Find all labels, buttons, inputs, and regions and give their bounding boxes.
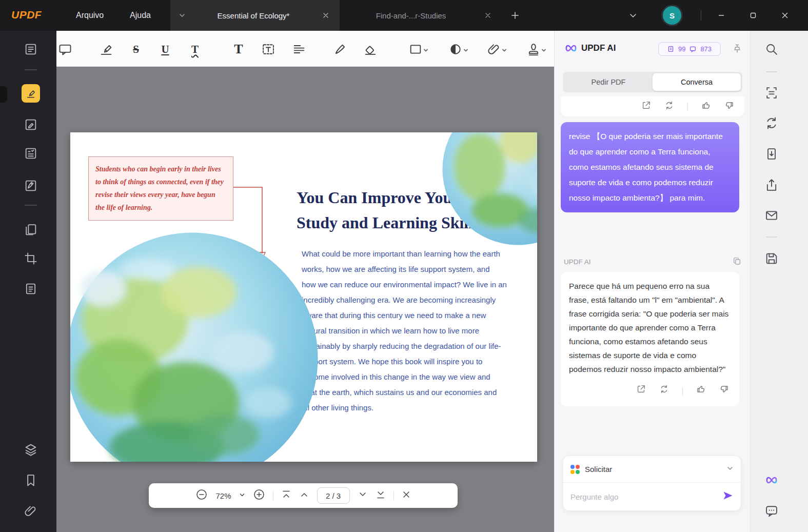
form-fields-icon[interactable]: [24, 146, 38, 161]
page-export-icon[interactable]: [764, 147, 779, 161]
left-sidebar: [0, 31, 56, 532]
app-logo: UPDF: [11, 9, 42, 21]
user-message-bubble: revise 【O que poderia ser mais important…: [561, 122, 739, 212]
tab-close-icon[interactable]: [482, 10, 494, 21]
textbox-icon[interactable]: [261, 42, 275, 56]
tab-chevron-down-icon[interactable]: [179, 12, 186, 19]
close-button[interactable]: [777, 7, 793, 24]
strikethrough-icon[interactable]: S: [129, 42, 143, 56]
pencil-icon[interactable]: [333, 42, 347, 56]
menu-ajuda[interactable]: Ajuda: [121, 0, 160, 31]
eraser-icon[interactable]: [363, 42, 378, 56]
shape-ellipse-icon[interactable]: [448, 42, 463, 56]
ai-message-card: Parece que há um pequeno erro na sua fra…: [561, 272, 739, 406]
annotation-toolbar: S U T T: [56, 31, 554, 67]
prompt-mode-label: Solicitar: [585, 465, 721, 474]
squiggly-underline-icon[interactable]: T: [188, 42, 202, 56]
tab-pedir-pdf[interactable]: Pedir PDF: [564, 73, 653, 91]
layers-icon[interactable]: [24, 442, 38, 457]
pin-icon[interactable]: [732, 44, 742, 54]
page-indicator[interactable]: 2 / 3: [317, 487, 350, 504]
page-body-text: What could be more important than learni…: [302, 246, 507, 416]
message-credit-count: 873: [700, 45, 712, 53]
crop-icon[interactable]: [24, 251, 38, 266]
next-page-icon[interactable]: [358, 489, 368, 502]
tab-find-and-studies[interactable]: Find-and-...r-Studies: [340, 0, 503, 31]
mail-icon[interactable]: [764, 208, 779, 223]
zoom-level[interactable]: 72%: [215, 491, 231, 500]
annotation-callout-box[interactable]: Students who can begin early in their li…: [88, 156, 233, 221]
previous-page-icon[interactable]: [299, 489, 309, 502]
tool-highlighter-active[interactable]: [22, 84, 40, 103]
chat-icon[interactable]: [764, 504, 779, 518]
pager-divider: [273, 491, 273, 500]
ai-credit-badges[interactable]: 99 873: [658, 42, 721, 56]
thumbs-down-icon[interactable]: [719, 384, 729, 398]
extract-pages-icon[interactable]: [24, 282, 38, 296]
send-icon[interactable]: [722, 490, 734, 503]
highlighter-icon[interactable]: [99, 42, 113, 56]
comment-icon[interactable]: [58, 42, 72, 56]
save-icon[interactable]: [764, 251, 779, 266]
thumbs-down-icon[interactable]: [724, 101, 734, 112]
composer-chevron-icon[interactable]: [726, 465, 734, 474]
share-icon[interactable]: [764, 178, 779, 192]
updf-ai-icon[interactable]: [764, 473, 779, 487]
text-icon[interactable]: T: [231, 42, 246, 56]
attachment-icon[interactable]: [487, 42, 501, 56]
thumbs-up-icon[interactable]: [696, 384, 706, 398]
last-page-icon[interactable]: [376, 489, 386, 502]
tab-conversa[interactable]: Conversa: [653, 73, 741, 91]
ocr-icon[interactable]: [764, 86, 779, 100]
regenerate-icon[interactable]: [664, 101, 674, 112]
titlebar-chevron-down-icon[interactable]: [625, 7, 641, 24]
shape-rect-chevron-icon[interactable]: [423, 46, 429, 52]
zoom-chevron-icon[interactable]: [239, 491, 245, 500]
panel-collapse-handle[interactable]: [0, 86, 7, 103]
annotate-icon[interactable]: [24, 117, 38, 132]
actions-divider: [687, 103, 688, 111]
regenerate-icon[interactable]: [659, 384, 669, 398]
organize-pages-icon[interactable]: [24, 223, 38, 237]
updf-ai-icon: [564, 41, 578, 55]
ai-chat-area[interactable]: revise 【O que poderia ser mais important…: [555, 96, 750, 456]
search-icon[interactable]: [764, 42, 779, 56]
convert-icon[interactable]: [764, 116, 779, 130]
shape-ellipse-chevron-icon[interactable]: [463, 46, 469, 52]
zoom-in-icon[interactable]: [253, 488, 265, 503]
pager-close-icon[interactable]: [402, 490, 411, 501]
minimize-button[interactable]: [713, 7, 730, 24]
prompt-mode-dropdown[interactable]: Solicitar: [563, 456, 741, 483]
new-tab-button[interactable]: [507, 7, 523, 24]
prompt-modes-icon: [570, 465, 580, 474]
pdf-page[interactable]: Students who can begin early in their li…: [70, 132, 537, 462]
attachment-chevron-icon[interactable]: [501, 46, 507, 52]
ai-composer: Solicitar: [563, 456, 741, 511]
copy-icon[interactable]: [733, 257, 741, 267]
reader-view-icon[interactable]: [24, 42, 38, 56]
shape-rect-icon[interactable]: [408, 42, 423, 56]
tab-close-icon[interactable]: [320, 10, 331, 21]
maximize-button[interactable]: [745, 7, 761, 24]
text-callout-icon[interactable]: [292, 42, 306, 56]
zoom-out-icon[interactable]: [195, 488, 208, 503]
ai-panel-header: UPDF AI 99 873: [555, 31, 750, 68]
bookmark-icon[interactable]: [24, 473, 38, 487]
signature-icon[interactable]: [24, 179, 38, 193]
earth-globe-illustration: [70, 231, 319, 462]
document-canvas[interactable]: Students who can begin early in their li…: [56, 67, 554, 532]
export-icon[interactable]: [641, 101, 651, 112]
underline-icon[interactable]: U: [158, 42, 172, 56]
avatar[interactable]: S: [663, 6, 681, 25]
page-credit-count: 99: [678, 45, 685, 53]
menu-arquivo[interactable]: Arquivo: [67, 0, 113, 31]
ai-prompt-input[interactable]: [570, 492, 722, 501]
first-page-icon[interactable]: [281, 489, 291, 502]
stamp-chevron-icon[interactable]: [541, 46, 547, 52]
tab-essential-of-ecology[interactable]: Essential of Ecology*: [170, 0, 340, 31]
export-icon[interactable]: [636, 384, 646, 398]
page-credit-icon: [667, 46, 674, 52]
thumbs-up-icon[interactable]: [701, 101, 711, 112]
stamp-icon[interactable]: [526, 42, 541, 56]
attachment-icon[interactable]: [24, 504, 38, 518]
